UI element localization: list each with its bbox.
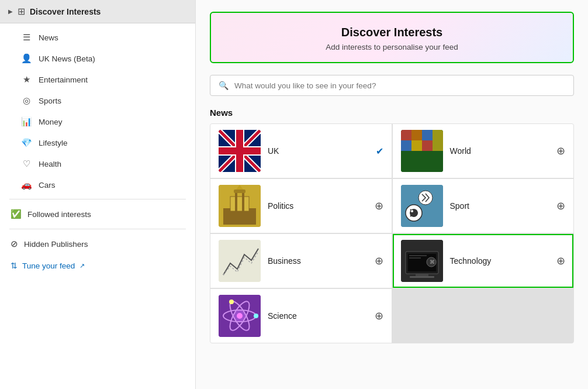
interest-item-sport[interactable]: Sport ⊕ bbox=[393, 179, 574, 233]
interest-action-sport[interactable]: ⊕ bbox=[556, 199, 565, 212]
hidden-icon: ⊘ bbox=[11, 239, 18, 249]
svg-rect-20 bbox=[230, 197, 249, 211]
interest-item-science[interactable]: Science ⊕ bbox=[210, 289, 392, 343]
sidebar-item-lifestyle[interactable]: 💎 Lifestyle bbox=[0, 132, 195, 153]
discover-icon: ⊞ bbox=[18, 6, 25, 17]
search-icon: 🔍 bbox=[219, 81, 229, 90]
sidebar-item-cars-label: Cars bbox=[39, 181, 56, 190]
interest-label-world: World bbox=[450, 146, 550, 156]
interest-thumb-sport bbox=[401, 185, 443, 227]
uk-thumbnail bbox=[219, 130, 261, 172]
hidden-publishers-label: Hidden Publishers bbox=[24, 240, 88, 249]
interest-item-uk[interactable]: UK ✔ bbox=[210, 124, 392, 178]
svg-rect-14 bbox=[422, 140, 433, 151]
main-content: Discover Interests Add interests to pers… bbox=[196, 0, 588, 389]
world-thumbnail bbox=[401, 130, 443, 172]
svg-rect-13 bbox=[411, 130, 422, 140]
svg-point-47 bbox=[229, 300, 234, 304]
interest-item-politics[interactable]: Politics ⊕ bbox=[210, 179, 392, 233]
svg-point-46 bbox=[254, 314, 258, 318]
interest-item-technology[interactable]: ⌘ Technology ⊕ bbox=[393, 234, 574, 288]
sidebar-item-sports[interactable]: ◎ Sports bbox=[0, 90, 195, 111]
interest-thumb-technology: ⌘ bbox=[401, 240, 443, 282]
sidebar-divider-1 bbox=[9, 199, 186, 199]
interest-label-uk: UK bbox=[268, 146, 369, 156]
interest-label-science: Science bbox=[268, 311, 368, 321]
search-input[interactable] bbox=[234, 81, 565, 90]
svg-point-28 bbox=[410, 209, 418, 217]
money-icon: 📊 bbox=[21, 116, 32, 127]
tune-feed-label: Tune your feed bbox=[22, 261, 75, 270]
interest-thumb-politics bbox=[219, 185, 261, 227]
interest-thumb-science bbox=[219, 295, 261, 337]
svg-point-29 bbox=[411, 210, 413, 212]
sidebar-item-money-label: Money bbox=[39, 118, 63, 126]
sidebar-item-news[interactable]: ☰ News bbox=[0, 27, 195, 48]
svg-rect-17 bbox=[401, 151, 443, 172]
expand-icon: ▶ bbox=[8, 8, 13, 15]
interest-label-politics: Politics bbox=[268, 201, 368, 211]
interest-thumb-business bbox=[219, 240, 261, 282]
svg-text:⌘: ⌘ bbox=[430, 259, 435, 265]
sports-icon: ◎ bbox=[21, 95, 32, 106]
sidebar-item-money[interactable]: 📊 Money bbox=[0, 111, 195, 132]
technology-thumbnail: ⌘ bbox=[401, 240, 443, 282]
sidebar-item-uk-news-label: UK News (Beta) bbox=[39, 54, 95, 63]
politics-thumbnail bbox=[219, 185, 261, 227]
cars-icon: 🚗 bbox=[21, 180, 32, 190]
uk-news-icon: 👤 bbox=[21, 53, 32, 64]
followed-interests-label: Followed interests bbox=[27, 210, 91, 219]
sidebar-item-news-label: News bbox=[39, 33, 58, 42]
svg-rect-30 bbox=[219, 240, 261, 282]
svg-rect-8 bbox=[236, 130, 243, 172]
svg-rect-38 bbox=[409, 255, 427, 256]
entertainment-icon: ★ bbox=[21, 74, 32, 85]
discover-card: Discover Interests Add interests to pers… bbox=[210, 12, 574, 63]
discover-card-title: Discover Interests bbox=[223, 26, 561, 39]
sidebar-item-health-label: Health bbox=[39, 160, 61, 168]
business-thumbnail bbox=[219, 240, 261, 282]
interest-action-world[interactable]: ⊕ bbox=[556, 144, 565, 157]
interest-thumb-world bbox=[401, 130, 443, 172]
sidebar-nav: ☰ News 👤 UK News (Beta) ★ Entertainment … bbox=[0, 23, 195, 280]
sport-thumbnail bbox=[401, 185, 443, 227]
sidebar-item-sports-label: Sports bbox=[39, 97, 61, 105]
hidden-publishers[interactable]: ⊘ Hidden Publishers bbox=[0, 233, 195, 255]
sidebar-header-label: Discover Interests bbox=[30, 7, 101, 16]
health-icon: ♡ bbox=[21, 159, 32, 169]
interest-label-technology: Technology bbox=[450, 256, 550, 266]
interest-action-science[interactable]: ⊕ bbox=[375, 309, 383, 322]
sidebar-item-entertainment[interactable]: ★ Entertainment bbox=[0, 69, 195, 90]
svg-rect-39 bbox=[409, 257, 421, 259]
sidebar-header[interactable]: ▶ ⊞ Discover Interests bbox=[0, 0, 195, 23]
interest-action-politics[interactable]: ⊕ bbox=[375, 199, 383, 212]
discover-card-subtitle: Add interests to personalise your feed bbox=[223, 43, 561, 51]
tune-icon: ⇅ bbox=[11, 261, 18, 270]
tune-feed[interactable]: ⇅ Tune your feed ↗ bbox=[0, 255, 195, 276]
sidebar-item-entertainment-label: Entertainment bbox=[39, 75, 88, 84]
interest-grid: UK ✔ bbox=[210, 123, 574, 343]
svg-rect-35 bbox=[410, 276, 434, 278]
svg-rect-16 bbox=[433, 130, 443, 151]
followed-interests[interactable]: ✅ Followed interests bbox=[0, 203, 195, 225]
interest-action-business[interactable]: ⊕ bbox=[375, 254, 383, 267]
news-icon: ☰ bbox=[21, 32, 32, 43]
svg-rect-12 bbox=[422, 130, 433, 140]
interest-action-technology[interactable]: ⊕ bbox=[556, 254, 565, 267]
search-bar[interactable]: 🔍 bbox=[210, 75, 574, 96]
news-section-title: News bbox=[210, 108, 574, 118]
interest-action-uk[interactable]: ✔ bbox=[376, 146, 383, 157]
external-link-icon: ↗ bbox=[79, 262, 85, 270]
svg-rect-21 bbox=[235, 191, 237, 211]
svg-rect-15 bbox=[401, 140, 411, 151]
svg-rect-11 bbox=[411, 140, 422, 151]
interest-label-sport: Sport bbox=[450, 201, 550, 211]
interest-item-business[interactable]: Business ⊕ bbox=[210, 234, 392, 288]
sidebar-item-health[interactable]: ♡ Health bbox=[0, 153, 195, 174]
sidebar-item-lifestyle-label: Lifestyle bbox=[39, 139, 68, 147]
sidebar-item-cars[interactable]: 🚗 Cars bbox=[0, 174, 195, 195]
interest-thumb-uk bbox=[219, 130, 261, 172]
sidebar-item-uk-news[interactable]: 👤 UK News (Beta) bbox=[0, 48, 195, 69]
interest-item-world[interactable]: World ⊕ bbox=[393, 124, 574, 178]
svg-rect-22 bbox=[242, 191, 244, 211]
